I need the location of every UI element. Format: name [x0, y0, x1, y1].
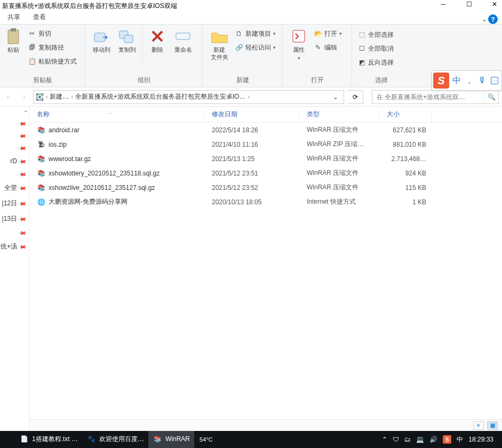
taskbar-clock[interactable]: 18:29:33: [468, 436, 497, 443]
invert-selection-button[interactable]: ◩ 反向选择: [355, 57, 396, 68]
column-name[interactable]: 名称⌃: [29, 110, 204, 119]
maximize-button[interactable]: ☐: [464, 0, 474, 9]
taskbar-item-notepad[interactable]: 📄 1搭建教程.txt …: [15, 431, 82, 448]
paste-shortcut-button[interactable]: 📋 粘贴快捷方式: [26, 55, 79, 67]
nav-up-button[interactable]: ↑: [18, 91, 30, 103]
file-row[interactable]: 📚 android.rar 2022/5/14 18:26 WinRAR 压缩文…: [29, 123, 502, 137]
select-none-button[interactable]: ☐ 全部取消: [355, 43, 396, 54]
ime-more-icon[interactable]: ⋯: [491, 77, 498, 84]
new-item-button[interactable]: 🗋 新建项目 ▾: [233, 28, 278, 39]
taskbar-item-winrar[interactable]: 📚 WinRAR: [148, 431, 194, 448]
file-date: 2022/5/14 18:26: [204, 126, 299, 134]
move-to-icon: [93, 28, 110, 45]
notepad-icon: 📄: [19, 434, 29, 444]
scissors-icon: ✂: [28, 29, 36, 38]
file-date: 2021/5/12 23:52: [204, 184, 299, 191]
ime-punct[interactable]: ，: [465, 75, 474, 86]
file-row[interactable]: 🌐 大鹏资源网-免费源码分享网 2020/10/13 18:05 Interne…: [29, 195, 502, 209]
tray-chevron-icon[interactable]: ⌃: [382, 436, 387, 443]
tray-explorer-icon[interactable]: 🗂: [404, 436, 411, 443]
nav-pinned-item[interactable]: |13日📌: [0, 214, 29, 223]
delete-button[interactable]: 删除: [145, 27, 170, 53]
file-name: wwwroot.tar.gz: [49, 155, 91, 163]
tab-view[interactable]: 查看: [33, 13, 46, 24]
search-icon[interactable]: 🔍: [484, 91, 498, 103]
pin-icon: 📌: [18, 131, 27, 140]
breadcrumb-item-2[interactable]: 全新直播系统+游戏系统双后台服务器打包完整原生安卓IO… ›: [75, 92, 250, 101]
new-folder-button[interactable]: 新建 文件夹: [206, 27, 233, 61]
tab-share[interactable]: 共享: [7, 13, 20, 24]
tray-sogou-icon[interactable]: S: [443, 435, 451, 444]
copy-to-button[interactable]: 复制到: [114, 27, 140, 53]
easy-access-button[interactable]: 🔗 轻松访问 ▾: [233, 42, 278, 53]
taskbar[interactable]: 📄 1搭建教程.txt … 🐾 欢迎使用百度… 📚 WinRAR 54°C ⌃ …: [0, 431, 502, 448]
sogou-ime-icon[interactable]: S: [433, 73, 449, 89]
baidu-icon: 🐾: [86, 434, 96, 444]
tray-volume-icon[interactable]: 🔊: [429, 436, 437, 443]
pin-icon: 📌: [18, 214, 27, 223]
file-row[interactable]: 🗜 ios.zip 2021/4/10 11:16 WinRAR ZIP 压缩……: [29, 137, 502, 151]
breadcrumb-item-1[interactable]: 新建… ›: [50, 92, 73, 101]
column-size[interactable]: 大小: [379, 110, 432, 119]
status-bar: ≡ ▦: [29, 419, 502, 431]
nav-pane[interactable]: ⌃ 📌📌📌rD📌📌全堂📌|12日📌|13日📌📌统+汤📌: [0, 107, 29, 431]
edit-button[interactable]: ✎ 编辑: [312, 42, 344, 53]
rename-button[interactable]: 重命名: [170, 27, 196, 53]
breadcrumb[interactable]: 💽 › 新建… › 全新直播系统+游戏系统双后台服务器打包完整原生安卓IO… ›…: [33, 90, 344, 104]
nav-pinned-item[interactable]: |12日📌: [0, 199, 29, 208]
tray-ime-mode[interactable]: 中: [457, 435, 463, 444]
nav-back-icon[interactable]: ←: [3, 91, 15, 103]
pin-icon: 📌: [18, 119, 27, 127]
column-date[interactable]: 修改日期: [204, 110, 299, 119]
nav-pinned-item[interactable]: 统+汤📌: [0, 242, 29, 251]
copy-path-button[interactable]: 🗐 复制路径: [26, 42, 79, 53]
cut-button[interactable]: ✂ 剪切: [26, 28, 79, 39]
properties-button[interactable]: 属性 ▾: [286, 27, 312, 62]
nav-pinned-item[interactable]: 📌: [0, 121, 29, 126]
icons-view-button[interactable]: ▦: [487, 421, 498, 430]
file-row[interactable]: 📚 xshowlottery_20210512_235118.sql.gz 20…: [29, 166, 502, 180]
breadcrumb-root-icon[interactable]: 💽 ›: [36, 93, 47, 101]
system-tray[interactable]: ⌃ 🛡 🗂 💻 🔊 S 中 18:29:33: [382, 435, 502, 444]
search-box[interactable]: 🔍: [372, 90, 499, 104]
breadcrumb-dropdown-icon[interactable]: ⌄: [330, 93, 341, 101]
rename-icon: [174, 28, 192, 45]
copy-to-icon: [118, 28, 136, 45]
nav-pinned-item[interactable]: rD📌: [0, 157, 29, 165]
tray-network-icon[interactable]: 💻: [416, 436, 424, 443]
nav-pinned-item[interactable]: 📌: [0, 230, 29, 236]
paste-button[interactable]: 粘贴: [3, 27, 23, 53]
file-row[interactable]: 📚 xshowzlive_20210512_235127.sql.gz 2021…: [29, 180, 502, 195]
taskbar-item-baidu[interactable]: 🐾 欢迎使用百度…: [82, 431, 148, 448]
search-input[interactable]: [377, 93, 484, 101]
help-dropdown[interactable]: ⌄ ?: [482, 14, 498, 24]
ime-toolbar[interactable]: S 中 ， 🎙 ⋯: [432, 70, 502, 91]
tray-security-icon[interactable]: 🛡: [393, 436, 399, 443]
file-row[interactable]: 📚 wwwroot.tar.gz 2021/5/13 1:25 WinRAR 压…: [29, 151, 502, 166]
nav-pinned-item[interactable]: 📌: [0, 145, 29, 151]
column-type[interactable]: 类型: [299, 110, 379, 119]
nav-pinned-item[interactable]: 📌: [0, 133, 29, 139]
open-button[interactable]: 📂 打开 ▾: [312, 28, 344, 39]
file-type-icon: 📚: [37, 183, 45, 192]
minimize-button[interactable]: ─: [438, 0, 449, 9]
ime-mic-icon[interactable]: 🎙: [478, 76, 487, 85]
move-to-button[interactable]: 移动到: [89, 27, 114, 53]
select-none-icon: ☐: [357, 44, 366, 53]
taskbar-weather[interactable]: 54°C: [194, 436, 218, 443]
details-view-button[interactable]: ≡: [473, 421, 484, 430]
nav-pinned-item[interactable]: 📌: [0, 171, 29, 177]
invert-selection-icon: ◩: [357, 58, 366, 67]
properties-icon: [290, 28, 307, 45]
svg-rect-0: [8, 30, 19, 44]
nav-pinned-item[interactable]: 全堂📌: [0, 183, 29, 193]
paste-shortcut-icon: 📋: [28, 57, 36, 66]
select-all-button[interactable]: ⬚ 全部选择: [355, 29, 396, 41]
file-date: 2021/4/10 11:16: [204, 141, 299, 148]
close-button[interactable]: ✕: [489, 0, 500, 9]
nav-pane-collapse-icon[interactable]: ⌃: [23, 110, 28, 116]
refresh-button[interactable]: ⟳: [347, 90, 363, 104]
help-icon[interactable]: ?: [488, 14, 498, 24]
file-list[interactable]: 📚 android.rar 2022/5/14 18:26 WinRAR 压缩文…: [29, 123, 502, 419]
ime-chinese-mode[interactable]: 中: [452, 75, 461, 86]
